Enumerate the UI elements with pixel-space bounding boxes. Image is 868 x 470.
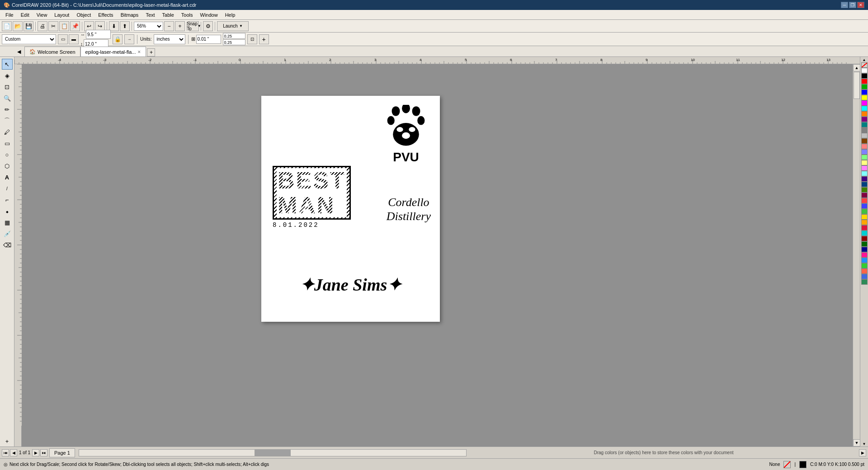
canvas-viewport[interactable]: PVU BEST MAN 8.01.2022 <box>22 64 860 446</box>
save-button[interactable]: 💾 <box>24 21 33 31</box>
olive-swatch[interactable] <box>861 187 868 193</box>
page-portrait-btn[interactable]: ▭ <box>58 34 68 44</box>
tab-close-icon[interactable]: ✕ <box>137 50 141 54</box>
pink-swatch[interactable] <box>861 144 868 149</box>
menu-help[interactable]: Help <box>222 11 239 19</box>
light-yellow-swatch[interactable] <box>861 160 868 165</box>
menu-bitmaps[interactable]: Bitmaps <box>117 11 142 19</box>
tab-welcome[interactable]: 🏠 Welcome Screen <box>24 47 80 56</box>
cyan-swatch[interactable] <box>861 106 868 111</box>
scroll-down-btn[interactable]: ▼ <box>853 439 860 446</box>
no-fill-swatch[interactable] <box>861 62 868 68</box>
eraser-btn[interactable]: ⌫ <box>2 240 13 250</box>
tomato-swatch[interactable] <box>861 268 868 274</box>
maroon-swatch[interactable] <box>861 193 868 198</box>
orange-swatch[interactable] <box>861 111 868 117</box>
white-swatch[interactable] <box>861 68 868 73</box>
print-button[interactable]: 🖨 <box>38 21 47 31</box>
deep-pink-swatch[interactable] <box>861 252 868 258</box>
menu-effects[interactable]: Effects <box>94 11 117 19</box>
scroll-up-btn[interactable]: ▲ <box>853 64 860 71</box>
dark-green-swatch[interactable] <box>861 241 868 247</box>
red-swatch[interactable] <box>861 79 868 84</box>
launch-btn[interactable]: Launch ▼ <box>217 21 249 31</box>
fit-page-btn[interactable]: ⊡ <box>247 34 257 44</box>
palette-scroll-up-btn[interactable]: ▲ <box>861 57 868 62</box>
h-scroll-right-btn[interactable]: ▶ <box>859 449 866 456</box>
gray-swatch[interactable] <box>861 127 868 133</box>
purple-swatch[interactable] <box>861 117 868 122</box>
rectangle-tool-btn[interactable]: ▭ <box>2 138 13 149</box>
crop-tool-btn[interactable]: ⊡ <box>2 81 13 92</box>
freehand-tool-btn[interactable]: ✏ <box>2 104 13 115</box>
page-prev-btn[interactable]: ◀ <box>10 449 17 456</box>
new-button[interactable]: 📄 <box>2 21 12 31</box>
tab-arrow-icon[interactable]: ◀ <box>14 47 24 56</box>
nudge-val1-input[interactable] <box>223 33 245 39</box>
preset-select[interactable]: Custom <box>2 34 56 44</box>
nudge-x-input[interactable] <box>196 35 221 44</box>
lavender-swatch[interactable] <box>861 149 868 155</box>
menu-tools[interactable]: Tools <box>178 11 197 19</box>
connector-btn[interactable]: ⌐ <box>2 194 13 205</box>
select-tool-btn[interactable]: ↖ <box>2 59 13 70</box>
minimize-button[interactable]: ─ <box>841 2 848 8</box>
copy-button[interactable]: 📋 <box>59 21 69 31</box>
add-btn[interactable]: + <box>259 34 269 44</box>
palette-scroll-down-btn[interactable]: ▼ <box>861 441 868 446</box>
cut-button[interactable]: ✂ <box>48 21 58 31</box>
parallel-dim-btn[interactable]: / <box>2 183 13 194</box>
close-button[interactable]: ✕ <box>857 2 864 8</box>
orange2-swatch[interactable] <box>861 220 868 225</box>
scroll-thumb[interactable] <box>854 72 860 99</box>
zoom-in-btn[interactable]: + <box>175 21 185 31</box>
fill-btn[interactable]: ▦ <box>2 217 13 228</box>
apply-size-btn[interactable]: → <box>124 34 134 44</box>
menu-table[interactable]: Table <box>159 11 178 19</box>
menu-view[interactable]: View <box>33 11 51 19</box>
horizontal-scrollbar[interactable] <box>79 449 467 456</box>
navy-swatch[interactable] <box>861 182 868 187</box>
artpen-btn[interactable]: 🖊 <box>2 127 13 137</box>
menu-window[interactable]: Window <box>197 11 222 19</box>
vertical-scrollbar[interactable]: ▲ ▼ <box>853 64 860 446</box>
menu-object[interactable]: Object <box>73 11 94 19</box>
coral-swatch[interactable] <box>861 198 868 203</box>
page-next-btn[interactable]: ▶ <box>32 449 39 456</box>
tab-add-button[interactable]: + <box>147 48 155 56</box>
paste-button[interactable]: 📌 <box>70 21 80 31</box>
add-tool-btn[interactable]: + <box>2 436 13 446</box>
blend-btn[interactable]: ⬥ <box>2 206 13 216</box>
width-input[interactable] <box>86 30 111 39</box>
open-button[interactable]: 📂 <box>13 21 23 31</box>
text-tool-btn[interactable]: A <box>2 172 13 183</box>
lime-green-swatch[interactable] <box>861 263 868 268</box>
polygon-tool-btn[interactable]: ⬡ <box>2 160 13 171</box>
ellipse-tool-btn[interactable]: ○ <box>2 149 13 160</box>
options-btn[interactable]: ⚙ <box>203 21 213 31</box>
silver-swatch[interactable] <box>861 133 868 138</box>
tab-document[interactable]: epilog-laser-metal-fla... ✕ <box>80 47 146 56</box>
sea-green-swatch[interactable] <box>861 279 868 285</box>
violet-swatch[interactable] <box>861 176 868 182</box>
zoom-select[interactable]: 56% 100% 50% <box>134 22 163 31</box>
page-tab[interactable]: Page 1 <box>49 448 75 457</box>
light-pink-swatch[interactable] <box>861 165 868 171</box>
teal-swatch[interactable] <box>861 122 868 127</box>
brown-swatch[interactable] <box>861 138 868 144</box>
light-cyan-swatch[interactable] <box>861 171 868 176</box>
green-swatch[interactable] <box>861 84 868 89</box>
magenta-swatch[interactable] <box>861 100 868 106</box>
menu-file[interactable]: File <box>2 11 17 19</box>
snap-to-btn[interactable]: Snap To ▼ <box>189 21 199 31</box>
menu-edit[interactable]: Edit <box>17 11 33 19</box>
cobalt-swatch[interactable] <box>861 203 868 209</box>
yellow-swatch[interactable] <box>861 95 868 100</box>
dark-red-swatch[interactable] <box>861 236 868 241</box>
shape-tool-btn[interactable]: ◈ <box>2 70 13 81</box>
black-swatch[interactable] <box>861 73 868 79</box>
dark-turquoise-swatch[interactable] <box>861 230 868 236</box>
zoom-tool-btn[interactable]: 🔍 <box>2 93 13 103</box>
menu-layout[interactable]: Layout <box>51 11 73 19</box>
eyedropper-btn[interactable]: 💉 <box>2 228 13 239</box>
